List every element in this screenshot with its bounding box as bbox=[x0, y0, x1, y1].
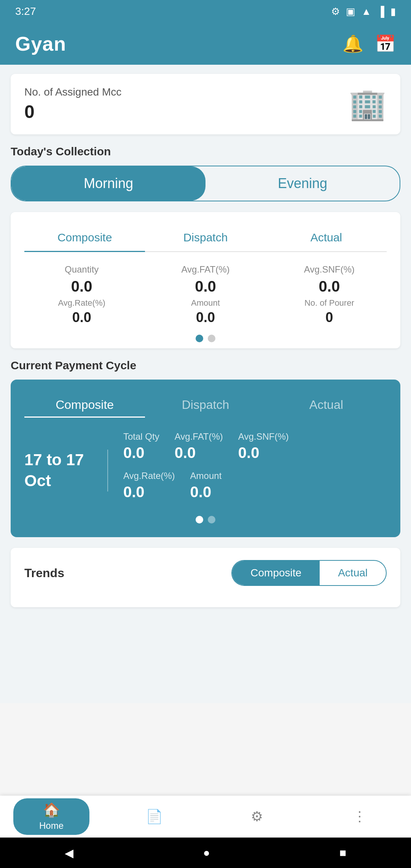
quantity-stat: Quantity 0.0 Avg.Rate(%) 0.0 bbox=[24, 264, 139, 326]
dot-2 bbox=[208, 335, 215, 342]
cycle-stats: Total Qty 0.0 Avg.FAT(%) 0.0 Avg.SNF(%) … bbox=[123, 431, 387, 510]
cycle-content: 17 to 17 Oct Total Qty 0.0 Avg.FAT(%) 0.… bbox=[24, 431, 387, 510]
trends-title: Trends bbox=[24, 566, 64, 580]
signal-icon: ▐ bbox=[378, 6, 384, 18]
cycle-avg-rate-value: 0.0 bbox=[123, 483, 175, 501]
cycle-dot-1 bbox=[196, 516, 203, 523]
total-qty-value: 0.0 bbox=[123, 444, 159, 461]
cycle-avg-snf-stat: Avg.SNF(%) 0.0 bbox=[238, 431, 289, 461]
current-payment-section: Current Payment Cycle Composite Dispatch… bbox=[11, 359, 400, 537]
cycle-dots bbox=[24, 516, 387, 523]
actual-tab[interactable]: Actual bbox=[266, 224, 387, 252]
building-icon: 🏢 bbox=[349, 86, 387, 122]
assigned-mcc-value: 0 bbox=[24, 101, 121, 122]
app-bar-actions: 🔔 📅 bbox=[342, 34, 396, 54]
calendar-icon[interactable]: 📅 bbox=[375, 34, 396, 54]
avg-fat-label: Avg.FAT(%) bbox=[148, 264, 263, 275]
cycle-amount-label: Amount bbox=[190, 471, 222, 481]
current-payment-title: Current Payment Cycle bbox=[11, 359, 400, 372]
cycle-amount-stat: Amount 0.0 bbox=[190, 471, 222, 501]
todays-collection-section: Today's Collection Morning Evening Compo… bbox=[11, 145, 400, 348]
total-qty-stat: Total Qty 0.0 bbox=[123, 431, 159, 461]
composite-tab[interactable]: Composite bbox=[24, 224, 145, 252]
total-qty-label: Total Qty bbox=[123, 431, 159, 442]
cycle-stats-row-2: Avg.Rate(%) 0.0 Amount 0.0 bbox=[123, 471, 387, 501]
app-bar: Gyan 🔔 📅 bbox=[0, 23, 411, 65]
avg-rate-sub-label: Avg.Rate(%) bbox=[24, 298, 139, 308]
cycle-avg-snf-value: 0.0 bbox=[238, 444, 289, 461]
reports-icon: 📄 bbox=[146, 809, 163, 825]
collection-sub-tabs: Composite Dispatch Actual bbox=[24, 224, 387, 252]
more-icon: ⋮ bbox=[353, 809, 366, 825]
nav-settings[interactable]: ⚙ bbox=[219, 805, 295, 828]
bottom-nav: 🏠 Home 📄 ⚙ ⋮ bbox=[0, 796, 411, 838]
cycle-avg-rate-label: Avg.Rate(%) bbox=[123, 471, 175, 481]
nav-more[interactable]: ⋮ bbox=[322, 805, 398, 828]
status-icons: ⚙ ▣ ▲ ▐ ▮ bbox=[331, 6, 396, 18]
cycle-stats-row-1: Total Qty 0.0 Avg.FAT(%) 0.0 Avg.SNF(%) … bbox=[123, 431, 387, 461]
time-display: 3:27 bbox=[15, 5, 36, 18]
trends-toggle-group: Composite Actual bbox=[231, 560, 387, 586]
settings-icon: ⚙ bbox=[331, 6, 340, 18]
cycle-avg-rate-stat: Avg.Rate(%) 0.0 bbox=[123, 471, 175, 501]
app-title: Gyan bbox=[15, 32, 66, 55]
trends-actual-button[interactable]: Actual bbox=[320, 561, 386, 585]
home-button[interactable]: ● bbox=[203, 846, 210, 859]
dot-1 bbox=[196, 335, 203, 342]
settings-nav-icon: ⚙ bbox=[251, 809, 263, 825]
cycle-avg-fat-stat: Avg.FAT(%) 0.0 bbox=[175, 431, 223, 461]
todays-collection-title: Today's Collection bbox=[11, 145, 400, 158]
status-time: 3:27 bbox=[15, 5, 36, 18]
assigned-mcc-label: No. of Assigned Mcc bbox=[24, 86, 121, 98]
cycle-dot-2 bbox=[208, 516, 215, 523]
cycle-tabs: Composite Dispatch Actual bbox=[24, 393, 387, 418]
amount-sub-value: 0.0 bbox=[148, 310, 263, 326]
status-bar: 3:27 ⚙ ▣ ▲ ▐ ▮ bbox=[0, 0, 411, 23]
avg-fat-stat: Avg.FAT(%) 0.0 Amount 0.0 bbox=[148, 264, 263, 326]
trends-composite-button[interactable]: Composite bbox=[232, 561, 320, 585]
avg-snf-stat: Avg.SNF(%) 0.0 No. of Pourer 0 bbox=[272, 264, 387, 326]
collection-stats-grid: Quantity 0.0 Avg.Rate(%) 0.0 Avg.FAT(%) … bbox=[24, 264, 387, 326]
cycle-date-range: 17 to 17 Oct bbox=[24, 450, 108, 491]
quantity-value: 0.0 bbox=[24, 278, 139, 295]
cycle-dispatch-tab[interactable]: Dispatch bbox=[145, 393, 266, 418]
cycle-card: Composite Dispatch Actual 17 to 17 Oct bbox=[11, 380, 400, 537]
cycle-actual-tab[interactable]: Actual bbox=[266, 393, 387, 418]
battery-icon: ▮ bbox=[390, 6, 396, 18]
back-button[interactable]: ◀ bbox=[65, 846, 73, 860]
collection-dots bbox=[24, 335, 387, 342]
home-label: Home bbox=[39, 820, 64, 831]
cycle-composite-tab[interactable]: Composite bbox=[24, 393, 145, 418]
assigned-mcc-card: No. of Assigned Mcc 0 🏢 bbox=[11, 74, 400, 134]
evening-toggle-button[interactable]: Evening bbox=[206, 166, 400, 201]
cycle-amount-value: 0.0 bbox=[190, 483, 222, 501]
avg-snf-value: 0.0 bbox=[272, 278, 387, 295]
nav-home[interactable]: 🏠 Home bbox=[13, 798, 89, 835]
amount-sub-label: Amount bbox=[148, 298, 263, 308]
cycle-avg-fat-value: 0.0 bbox=[175, 444, 223, 461]
quantity-label: Quantity bbox=[24, 264, 139, 275]
morning-toggle-button[interactable]: Morning bbox=[11, 166, 206, 201]
sim-icon: ▣ bbox=[346, 6, 355, 18]
assigned-mcc-info: No. of Assigned Mcc 0 bbox=[24, 86, 121, 122]
collection-toggle-group: Morning Evening bbox=[11, 166, 400, 201]
recent-button[interactable]: ■ bbox=[339, 846, 346, 859]
no-of-pourer-sub-value: 0 bbox=[272, 310, 387, 326]
main-content: No. of Assigned Mcc 0 🏢 Today's Collecti… bbox=[0, 65, 411, 703]
wifi-icon: ▲ bbox=[362, 6, 371, 18]
avg-fat-value: 0.0 bbox=[148, 278, 263, 295]
avg-rate-sub-value: 0.0 bbox=[24, 310, 139, 326]
no-of-pourer-sub-label: No. of Pourer bbox=[272, 298, 387, 308]
trends-section: Trends Composite Actual bbox=[11, 548, 400, 607]
cycle-avg-fat-label: Avg.FAT(%) bbox=[175, 431, 223, 442]
home-icon: 🏠 bbox=[43, 802, 60, 818]
avg-snf-label: Avg.SNF(%) bbox=[272, 264, 387, 275]
collection-card: Composite Dispatch Actual Quantity 0.0 A… bbox=[11, 212, 400, 348]
dispatch-tab[interactable]: Dispatch bbox=[145, 224, 266, 252]
trends-header: Trends Composite Actual bbox=[24, 560, 387, 586]
android-nav-bar: ◀ ● ■ bbox=[0, 838, 411, 868]
cycle-avg-snf-label: Avg.SNF(%) bbox=[238, 431, 289, 442]
nav-reports[interactable]: 📄 bbox=[116, 805, 192, 828]
notification-bell-icon[interactable]: 🔔 bbox=[342, 34, 363, 54]
